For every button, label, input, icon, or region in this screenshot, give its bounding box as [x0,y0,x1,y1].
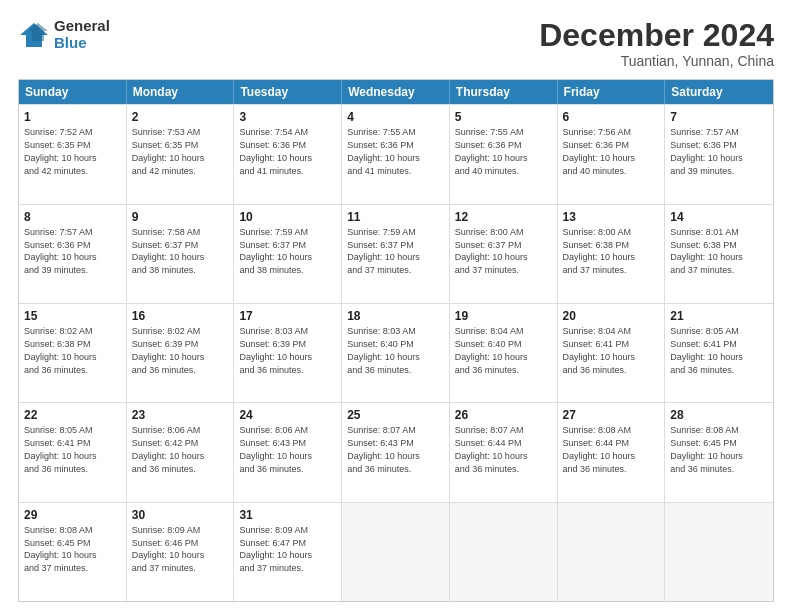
day-28: 28 Sunrise: 8:08 AMSunset: 6:45 PMDaylig… [665,403,773,501]
day-29: 29 Sunrise: 8:08 AMSunset: 6:45 PMDaylig… [19,503,127,601]
week-row-2: 8 Sunrise: 7:57 AMSunset: 6:36 PMDayligh… [19,204,773,303]
header-saturday: Saturday [665,80,773,104]
header-wednesday: Wednesday [342,80,450,104]
day-24: 24 Sunrise: 8:06 AMSunset: 6:43 PMDaylig… [234,403,342,501]
day-11: 11 Sunrise: 7:59 AMSunset: 6:37 PMDaylig… [342,205,450,303]
page: General Blue December 2024 Tuantian, Yun… [0,0,792,612]
header-friday: Friday [558,80,666,104]
day-2: 2 Sunrise: 7:53 AMSunset: 6:35 PMDayligh… [127,105,235,203]
header-monday: Monday [127,80,235,104]
day-30: 30 Sunrise: 8:09 AMSunset: 6:46 PMDaylig… [127,503,235,601]
day-31: 31 Sunrise: 8:09 AMSunset: 6:47 PMDaylig… [234,503,342,601]
logo-general: General [54,18,110,35]
subtitle: Tuantian, Yunnan, China [539,53,774,69]
day-3: 3 Sunrise: 7:54 AMSunset: 6:36 PMDayligh… [234,105,342,203]
day-6: 6 Sunrise: 7:56 AMSunset: 6:36 PMDayligh… [558,105,666,203]
header: General Blue December 2024 Tuantian, Yun… [18,18,774,69]
day-1: 1 Sunrise: 7:52 AMSunset: 6:35 PMDayligh… [19,105,127,203]
week-row-1: 1 Sunrise: 7:52 AMSunset: 6:35 PMDayligh… [19,104,773,203]
day-21: 21 Sunrise: 8:05 AMSunset: 6:41 PMDaylig… [665,304,773,402]
empty-cell-1 [342,503,450,601]
header-tuesday: Tuesday [234,80,342,104]
day-26: 26 Sunrise: 8:07 AMSunset: 6:44 PMDaylig… [450,403,558,501]
week-row-4: 22 Sunrise: 8:05 AMSunset: 6:41 PMDaylig… [19,402,773,501]
calendar-body: 1 Sunrise: 7:52 AMSunset: 6:35 PMDayligh… [19,104,773,601]
main-title: December 2024 [539,18,774,53]
day-13: 13 Sunrise: 8:00 AMSunset: 6:38 PMDaylig… [558,205,666,303]
logo: General Blue [18,18,110,51]
day-8: 8 Sunrise: 7:57 AMSunset: 6:36 PMDayligh… [19,205,127,303]
day-5: 5 Sunrise: 7:55 AMSunset: 6:36 PMDayligh… [450,105,558,203]
header-sunday: Sunday [19,80,127,104]
calendar-header: Sunday Monday Tuesday Wednesday Thursday… [19,80,773,104]
day-15: 15 Sunrise: 8:02 AMSunset: 6:38 PMDaylig… [19,304,127,402]
day-4: 4 Sunrise: 7:55 AMSunset: 6:36 PMDayligh… [342,105,450,203]
day-18: 18 Sunrise: 8:03 AMSunset: 6:40 PMDaylig… [342,304,450,402]
day-7: 7 Sunrise: 7:57 AMSunset: 6:36 PMDayligh… [665,105,773,203]
title-block: December 2024 Tuantian, Yunnan, China [539,18,774,69]
week-row-3: 15 Sunrise: 8:02 AMSunset: 6:38 PMDaylig… [19,303,773,402]
header-thursday: Thursday [450,80,558,104]
day-27: 27 Sunrise: 8:08 AMSunset: 6:44 PMDaylig… [558,403,666,501]
day-23: 23 Sunrise: 8:06 AMSunset: 6:42 PMDaylig… [127,403,235,501]
logo-text: General Blue [54,18,110,51]
day-22: 22 Sunrise: 8:05 AMSunset: 6:41 PMDaylig… [19,403,127,501]
day-12: 12 Sunrise: 8:00 AMSunset: 6:37 PMDaylig… [450,205,558,303]
day-20: 20 Sunrise: 8:04 AMSunset: 6:41 PMDaylig… [558,304,666,402]
empty-cell-2 [450,503,558,601]
day-25: 25 Sunrise: 8:07 AMSunset: 6:43 PMDaylig… [342,403,450,501]
empty-cell-4 [665,503,773,601]
empty-cell-3 [558,503,666,601]
day-17: 17 Sunrise: 8:03 AMSunset: 6:39 PMDaylig… [234,304,342,402]
logo-blue: Blue [54,35,110,52]
day-19: 19 Sunrise: 8:04 AMSunset: 6:40 PMDaylig… [450,304,558,402]
logo-icon [18,21,50,49]
day-10: 10 Sunrise: 7:59 AMSunset: 6:37 PMDaylig… [234,205,342,303]
day-9: 9 Sunrise: 7:58 AMSunset: 6:37 PMDayligh… [127,205,235,303]
calendar: Sunday Monday Tuesday Wednesday Thursday… [18,79,774,602]
day-16: 16 Sunrise: 8:02 AMSunset: 6:39 PMDaylig… [127,304,235,402]
day-14: 14 Sunrise: 8:01 AMSunset: 6:38 PMDaylig… [665,205,773,303]
week-row-5: 29 Sunrise: 8:08 AMSunset: 6:45 PMDaylig… [19,502,773,601]
